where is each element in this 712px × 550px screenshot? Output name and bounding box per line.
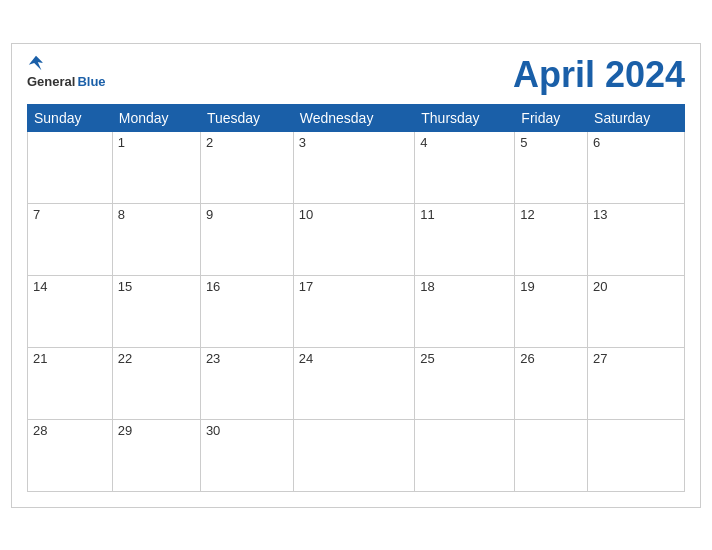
calendar-cell: 13: [588, 203, 685, 275]
calendar-cell: 12: [515, 203, 588, 275]
calendar-cell: 2: [200, 131, 293, 203]
date-number: 1: [118, 135, 195, 150]
date-number: 4: [420, 135, 509, 150]
svg-marker-0: [29, 55, 43, 69]
calendar-cell: [415, 419, 515, 491]
header-tuesday: Tuesday: [200, 104, 293, 131]
calendar-cell: 16: [200, 275, 293, 347]
date-number: 18: [420, 279, 509, 294]
calendar-cell: 4: [415, 131, 515, 203]
date-number: 21: [33, 351, 107, 366]
calendar-cell: 1: [112, 131, 200, 203]
calendar-cell: 29: [112, 419, 200, 491]
calendar-cell: 30: [200, 419, 293, 491]
calendar-cell: 22: [112, 347, 200, 419]
date-number: 8: [118, 207, 195, 222]
calendar-week-row: 21222324252627: [28, 347, 685, 419]
date-number: 10: [299, 207, 410, 222]
calendar-cell: 17: [293, 275, 415, 347]
calendar-cell: 21: [28, 347, 113, 419]
calendar-cell: [28, 131, 113, 203]
calendar-cell: 5: [515, 131, 588, 203]
calendar-cell: 7: [28, 203, 113, 275]
header-friday: Friday: [515, 104, 588, 131]
header-wednesday: Wednesday: [293, 104, 415, 131]
date-number: 17: [299, 279, 410, 294]
calendar-cell: 28: [28, 419, 113, 491]
date-number: 16: [206, 279, 288, 294]
calendar-cell: 3: [293, 131, 415, 203]
date-number: 13: [593, 207, 679, 222]
calendar: General Blue April 2024 Sunday Monday Tu…: [11, 43, 701, 508]
calendar-cell: 26: [515, 347, 588, 419]
calendar-header: General Blue April 2024: [27, 54, 685, 96]
calendar-cell: 23: [200, 347, 293, 419]
calendar-cell: 27: [588, 347, 685, 419]
logo-blue: Blue: [77, 74, 105, 89]
calendar-cell: 9: [200, 203, 293, 275]
date-number: 28: [33, 423, 107, 438]
date-number: 20: [593, 279, 679, 294]
date-number: 19: [520, 279, 582, 294]
calendar-cell: 19: [515, 275, 588, 347]
calendar-cell: 10: [293, 203, 415, 275]
calendar-cell: 24: [293, 347, 415, 419]
date-number: 2: [206, 135, 288, 150]
calendar-cell: 14: [28, 275, 113, 347]
calendar-cell: 6: [588, 131, 685, 203]
date-number: 9: [206, 207, 288, 222]
weekday-header-row: Sunday Monday Tuesday Wednesday Thursday…: [28, 104, 685, 131]
calendar-cell: [588, 419, 685, 491]
date-number: 12: [520, 207, 582, 222]
header-sunday: Sunday: [28, 104, 113, 131]
logo: General Blue: [27, 54, 106, 89]
logo-general: General: [27, 74, 75, 89]
date-number: 30: [206, 423, 288, 438]
date-number: 11: [420, 207, 509, 222]
calendar-week-row: 282930: [28, 419, 685, 491]
header-monday: Monday: [112, 104, 200, 131]
calendar-week-row: 123456: [28, 131, 685, 203]
calendar-cell: 20: [588, 275, 685, 347]
date-number: 3: [299, 135, 410, 150]
date-number: 7: [33, 207, 107, 222]
calendar-week-row: 14151617181920: [28, 275, 685, 347]
date-number: 24: [299, 351, 410, 366]
calendar-cell: 11: [415, 203, 515, 275]
date-number: 23: [206, 351, 288, 366]
logo-bird-icon: [27, 54, 45, 72]
calendar-cell: 15: [112, 275, 200, 347]
date-number: 27: [593, 351, 679, 366]
header-saturday: Saturday: [588, 104, 685, 131]
month-title: April 2024: [513, 54, 685, 96]
date-number: 26: [520, 351, 582, 366]
date-number: 15: [118, 279, 195, 294]
date-number: 29: [118, 423, 195, 438]
calendar-week-row: 78910111213: [28, 203, 685, 275]
calendar-cell: [293, 419, 415, 491]
calendar-table: Sunday Monday Tuesday Wednesday Thursday…: [27, 104, 685, 492]
date-number: 22: [118, 351, 195, 366]
calendar-cell: [515, 419, 588, 491]
calendar-cell: 18: [415, 275, 515, 347]
date-number: 25: [420, 351, 509, 366]
header-thursday: Thursday: [415, 104, 515, 131]
date-number: 5: [520, 135, 582, 150]
calendar-cell: 25: [415, 347, 515, 419]
date-number: 14: [33, 279, 107, 294]
date-number: 6: [593, 135, 679, 150]
calendar-cell: 8: [112, 203, 200, 275]
